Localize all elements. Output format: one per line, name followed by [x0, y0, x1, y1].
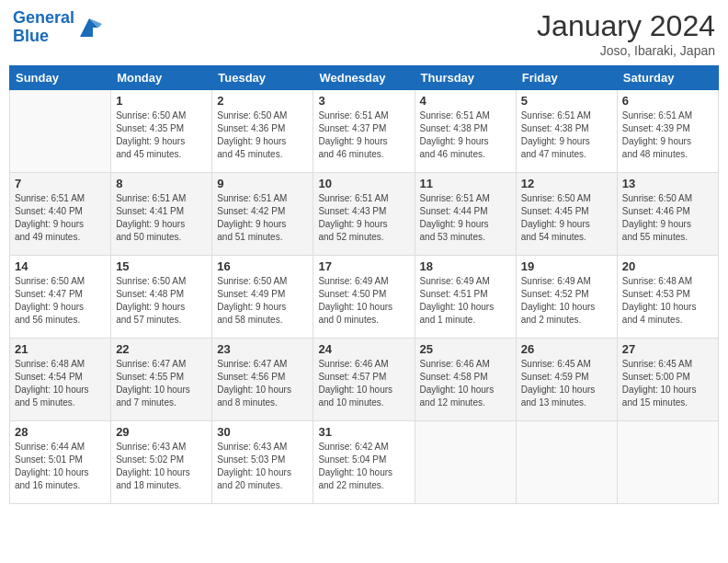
weekday-header-friday: Friday [516, 66, 617, 90]
calendar-cell: 2Sunrise: 6:50 AM Sunset: 4:36 PM Daylig… [212, 90, 313, 173]
weekday-header-saturday: Saturday [617, 66, 718, 90]
weekday-header-monday: Monday [111, 66, 212, 90]
day-info: Sunrise: 6:42 AM Sunset: 5:04 PM Dayligh… [318, 441, 409, 492]
calendar-cell: 25Sunrise: 6:46 AM Sunset: 4:58 PM Dayli… [415, 339, 516, 421]
day-number: 25 [420, 342, 511, 356]
week-row-3: 14Sunrise: 6:50 AM Sunset: 4:47 PM Dayli… [10, 256, 719, 339]
calendar-cell: 16Sunrise: 6:50 AM Sunset: 4:49 PM Dayli… [212, 256, 313, 339]
calendar-cell [415, 421, 516, 504]
day-number: 4 [420, 94, 511, 108]
day-info: Sunrise: 6:51 AM Sunset: 4:40 PM Dayligh… [15, 192, 106, 244]
calendar-cell: 18Sunrise: 6:49 AM Sunset: 4:51 PM Dayli… [415, 256, 516, 339]
day-info: Sunrise: 6:47 AM Sunset: 4:56 PM Dayligh… [217, 358, 308, 409]
day-info: Sunrise: 6:49 AM Sunset: 4:51 PM Dayligh… [420, 275, 511, 327]
weekday-header-row: SundayMondayTuesdayWednesdayThursdayFrid… [10, 66, 719, 90]
day-info: Sunrise: 6:50 AM Sunset: 4:49 PM Dayligh… [217, 275, 308, 327]
day-number: 11 [420, 177, 511, 190]
calendar-cell: 4Sunrise: 6:51 AM Sunset: 4:38 PM Daylig… [415, 90, 516, 173]
calendar-cell: 6Sunrise: 6:51 AM Sunset: 4:39 PM Daylig… [617, 90, 718, 173]
day-info: Sunrise: 6:50 AM Sunset: 4:36 PM Dayligh… [217, 109, 308, 161]
day-info: Sunrise: 6:51 AM Sunset: 4:41 PM Dayligh… [116, 192, 207, 244]
day-info: Sunrise: 6:43 AM Sunset: 5:03 PM Dayligh… [217, 441, 308, 492]
calendar-cell: 24Sunrise: 6:46 AM Sunset: 4:57 PM Dayli… [313, 339, 415, 421]
weekday-header-tuesday: Tuesday [212, 66, 313, 90]
day-info: Sunrise: 6:46 AM Sunset: 4:58 PM Dayligh… [420, 358, 511, 409]
month-title: January 2024 [537, 9, 715, 43]
weekday-header-sunday: Sunday [10, 66, 111, 90]
day-number: 31 [318, 425, 409, 439]
calendar-cell: 20Sunrise: 6:48 AM Sunset: 4:53 PM Dayli… [617, 256, 718, 339]
calendar-cell: 19Sunrise: 6:49 AM Sunset: 4:52 PM Dayli… [516, 256, 617, 339]
day-number: 3 [318, 94, 409, 108]
day-info: Sunrise: 6:51 AM Sunset: 4:38 PM Dayligh… [521, 109, 612, 161]
day-number: 5 [521, 94, 612, 108]
day-info: Sunrise: 6:46 AM Sunset: 4:57 PM Dayligh… [318, 358, 409, 409]
title-area: January 2024 Joso, Ibaraki, Japan [537, 9, 715, 58]
day-number: 2 [217, 94, 308, 108]
day-number: 7 [15, 177, 106, 190]
day-info: Sunrise: 6:50 AM Sunset: 4:48 PM Dayligh… [116, 275, 207, 327]
day-info: Sunrise: 6:50 AM Sunset: 4:45 PM Dayligh… [521, 192, 612, 244]
day-info: Sunrise: 6:51 AM Sunset: 4:44 PM Dayligh… [420, 192, 511, 244]
day-number: 1 [116, 94, 207, 108]
day-number: 27 [622, 342, 713, 356]
calendar-cell: 30Sunrise: 6:43 AM Sunset: 5:03 PM Dayli… [212, 421, 313, 504]
day-info: Sunrise: 6:48 AM Sunset: 4:53 PM Dayligh… [622, 275, 713, 327]
day-info: Sunrise: 6:43 AM Sunset: 5:02 PM Dayligh… [116, 441, 207, 492]
day-number: 13 [622, 177, 713, 190]
calendar-cell: 22Sunrise: 6:47 AM Sunset: 4:55 PM Dayli… [111, 339, 212, 421]
day-info: Sunrise: 6:51 AM Sunset: 4:39 PM Dayligh… [622, 109, 713, 161]
day-info: Sunrise: 6:51 AM Sunset: 4:38 PM Dayligh… [420, 109, 511, 161]
calendar-cell: 7Sunrise: 6:51 AM Sunset: 4:40 PM Daylig… [10, 173, 111, 256]
logo-text: General Blue [13, 9, 74, 46]
day-info: Sunrise: 6:48 AM Sunset: 4:54 PM Dayligh… [15, 358, 106, 409]
day-number: 14 [15, 259, 106, 273]
week-row-5: 28Sunrise: 6:44 AM Sunset: 5:01 PM Dayli… [10, 421, 719, 504]
day-number: 18 [420, 259, 511, 273]
calendar-cell: 27Sunrise: 6:45 AM Sunset: 5:00 PM Dayli… [617, 339, 718, 421]
day-info: Sunrise: 6:50 AM Sunset: 4:47 PM Dayligh… [15, 275, 106, 327]
day-number: 8 [116, 177, 207, 190]
calendar-cell [516, 421, 617, 504]
logo-icon [76, 15, 102, 40]
day-number: 22 [116, 342, 207, 356]
weekday-header-thursday: Thursday [415, 66, 516, 90]
calendar-cell: 21Sunrise: 6:48 AM Sunset: 4:54 PM Dayli… [10, 339, 111, 421]
calendar-cell: 3Sunrise: 6:51 AM Sunset: 4:37 PM Daylig… [313, 90, 415, 173]
day-info: Sunrise: 6:51 AM Sunset: 4:43 PM Dayligh… [318, 192, 409, 244]
day-number: 29 [116, 425, 207, 439]
calendar-cell: 26Sunrise: 6:45 AM Sunset: 4:59 PM Dayli… [516, 339, 617, 421]
day-number: 30 [217, 425, 308, 439]
day-number: 26 [521, 342, 612, 356]
calendar-cell: 29Sunrise: 6:43 AM Sunset: 5:02 PM Dayli… [111, 421, 212, 504]
day-number: 21 [15, 342, 106, 356]
calendar-cell [617, 421, 718, 504]
day-info: Sunrise: 6:49 AM Sunset: 4:50 PM Dayligh… [318, 275, 409, 327]
day-number: 9 [217, 177, 308, 190]
page-header: General Blue January 2024 Joso, Ibaraki,… [9, 9, 719, 58]
calendar-cell: 31Sunrise: 6:42 AM Sunset: 5:04 PM Dayli… [313, 421, 415, 504]
calendar-cell: 11Sunrise: 6:51 AM Sunset: 4:44 PM Dayli… [415, 173, 516, 256]
calendar-cell: 23Sunrise: 6:47 AM Sunset: 4:56 PM Dayli… [212, 339, 313, 421]
calendar-cell: 15Sunrise: 6:50 AM Sunset: 4:48 PM Dayli… [111, 256, 212, 339]
calendar-cell: 5Sunrise: 6:51 AM Sunset: 4:38 PM Daylig… [516, 90, 617, 173]
weekday-header-wednesday: Wednesday [313, 66, 415, 90]
calendar-table: SundayMondayTuesdayWednesdayThursdayFrid… [9, 65, 719, 504]
week-row-2: 7Sunrise: 6:51 AM Sunset: 4:40 PM Daylig… [10, 173, 719, 256]
day-number: 17 [318, 259, 409, 273]
day-info: Sunrise: 6:51 AM Sunset: 4:37 PM Dayligh… [318, 109, 409, 161]
week-row-1: 1Sunrise: 6:50 AM Sunset: 4:35 PM Daylig… [10, 90, 719, 173]
day-info: Sunrise: 6:44 AM Sunset: 5:01 PM Dayligh… [15, 441, 106, 492]
calendar-cell: 1Sunrise: 6:50 AM Sunset: 4:35 PM Daylig… [111, 90, 212, 173]
calendar-cell: 9Sunrise: 6:51 AM Sunset: 4:42 PM Daylig… [212, 173, 313, 256]
day-number: 28 [15, 425, 106, 439]
day-number: 16 [217, 259, 308, 273]
calendar-cell: 10Sunrise: 6:51 AM Sunset: 4:43 PM Dayli… [313, 173, 415, 256]
day-info: Sunrise: 6:49 AM Sunset: 4:52 PM Dayligh… [521, 275, 612, 327]
calendar-cell: 8Sunrise: 6:51 AM Sunset: 4:41 PM Daylig… [111, 173, 212, 256]
day-info: Sunrise: 6:47 AM Sunset: 4:55 PM Dayligh… [116, 358, 207, 409]
day-number: 19 [521, 259, 612, 273]
day-number: 12 [521, 177, 612, 190]
calendar-cell: 14Sunrise: 6:50 AM Sunset: 4:47 PM Dayli… [10, 256, 111, 339]
day-number: 20 [622, 259, 713, 273]
